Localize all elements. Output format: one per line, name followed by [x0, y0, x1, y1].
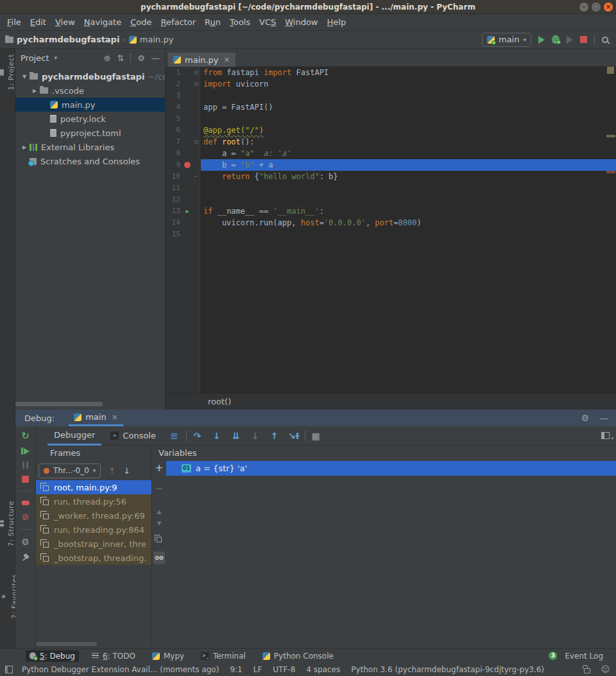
gear-icon[interactable]: ⚙ [581, 413, 589, 423]
code-line[interactable]: 14 uvicorn.run(app, host='0.0.0.0', port… [166, 217, 616, 229]
project-tree-item[interactable]: ▶.vscode [15, 83, 165, 98]
restore-layout-icon[interactable] [601, 432, 610, 439]
code-line[interactable]: 12 [166, 194, 616, 205]
chevron-right-icon[interactable]: ▶ [30, 88, 40, 94]
variable-row[interactable]: 01a = {str} 'a' [166, 461, 616, 476]
remove-watch-icon[interactable]: − [155, 483, 164, 494]
tab-main-py[interactable]: main.py × [168, 53, 235, 67]
locate-file-icon[interactable]: ⊕ [104, 53, 111, 63]
menu-run[interactable]: Run [200, 15, 225, 29]
stop-button[interactable] [580, 36, 587, 43]
menu-tools[interactable]: Tools [225, 15, 255, 29]
project-tree-item[interactable]: Scratches and Consoles [15, 154, 165, 168]
toolwindow-button-python-console[interactable]: Python Console [259, 650, 338, 662]
status-item[interactable]: UTF-8 [273, 665, 295, 674]
code-line[interactable]: 3 [166, 90, 616, 101]
code-line[interactable]: 6@app.get("/") [166, 125, 616, 136]
duplicate-icon[interactable] [157, 537, 162, 542]
inspections-icon[interactable]: ☺ [601, 664, 610, 674]
toolwindow-button-5-debug[interactable]: 5: Debug [26, 650, 79, 662]
project-tree-item[interactable]: poetry.lock [15, 112, 165, 126]
code-line[interactable]: 7⊟def root(): [166, 136, 616, 148]
status-item[interactable]: Python Debugger Extension Avail... (mome… [22, 665, 219, 674]
code-line[interactable]: 2⊟import uvicorn [166, 78, 616, 90]
collapse-all-icon[interactable]: ⇅ [117, 53, 124, 63]
menu-refactor[interactable]: Refactor [156, 15, 200, 29]
menu-edit[interactable]: Edit [26, 15, 51, 29]
chevron-right-icon[interactable]: ▶ [19, 144, 30, 150]
status-item[interactable]: 9:1 [230, 665, 242, 674]
close-icon[interactable]: × [112, 413, 118, 422]
status-item[interactable]: 4 spaces [306, 665, 340, 674]
run-arrow-icon[interactable]: ▶ [182, 205, 193, 217]
code-line[interactable]: 8 a = "a" a: 'a' [166, 148, 616, 159]
debug-settings-button[interactable]: ⚙ [21, 537, 30, 546]
toolwindow-switcher-icon[interactable] [5, 666, 13, 673]
frame-item[interactable]: run, threading.py:864 [36, 523, 151, 537]
menu-window[interactable]: Window [280, 15, 322, 29]
debug-button[interactable] [552, 35, 560, 44]
tab-console[interactable]: » Console [104, 426, 162, 446]
menu-vcs[interactable]: VCS [255, 15, 280, 29]
pause-button[interactable] [22, 462, 28, 469]
code-line[interactable]: 9 b = "b" + a [166, 159, 616, 171]
frame-item[interactable]: _worker, thread.py:69 [36, 508, 151, 523]
project-tree-item[interactable]: ▼pycharmdebugfastapi~/code/pycharmdebugf… [15, 69, 165, 83]
menu-navigate[interactable]: Navigate [80, 15, 126, 29]
close-icon[interactable]: × [224, 55, 230, 64]
step-over-button[interactable]: ↷ [189, 431, 206, 441]
toolwindow-button-terminal[interactable]: >_Terminal [197, 650, 250, 662]
menu-view[interactable]: View [51, 15, 80, 29]
show-watches-icon[interactable]: oo [153, 551, 165, 564]
debug-session-tab[interactable]: main × [69, 410, 123, 426]
move-down-icon[interactable]: ▼ [157, 520, 162, 526]
menu-code[interactable]: Code [126, 15, 156, 29]
code-editor[interactable]: 1⊟from fastapi import FastAPI2⊟import uv… [166, 67, 616, 240]
toolwindow-button-mypy[interactable]: Mypy [148, 650, 188, 662]
minimize-icon[interactable]: − [579, 3, 588, 12]
toolwindow-button-6-todo[interactable]: 6: TODO [88, 650, 139, 662]
stop-button[interactable] [22, 476, 29, 483]
view-breakpoints-button[interactable]: ●● [21, 499, 27, 506]
tab-debugger[interactable]: Debugger [47, 426, 101, 446]
fold-marker-icon[interactable]: ⌐ [193, 171, 200, 182]
move-up-icon[interactable]: ▲ [157, 508, 162, 515]
fold-marker-icon[interactable]: ⊟ [193, 67, 200, 78]
step-into-button[interactable]: ↓ [209, 431, 225, 441]
step-into-my-code-button[interactable]: ⇊ [228, 431, 244, 441]
code-line[interactable]: 4app = FastAPI() [166, 101, 616, 113]
project-tree-item[interactable]: ▶External Libraries [15, 140, 165, 154]
project-view-select[interactable]: Project [21, 53, 49, 63]
frame-item[interactable]: _bootstrap_inner, thre [36, 537, 151, 551]
code-line[interactable]: 10⌐ return {"hello world": b} [166, 171, 616, 182]
fold-marker-icon[interactable]: ⊟ [193, 136, 200, 148]
tool-stripe-favorites[interactable]: ★2: Favorites [0, 574, 15, 619]
maximize-icon[interactable]: □ [592, 3, 601, 12]
code-line[interactable]: 13▶if __name__ == '__main__': [166, 205, 616, 217]
force-step-into-button[interactable]: ↓ [247, 431, 264, 441]
frame-item[interactable]: _bootstrap, threading. [36, 551, 151, 565]
tool-stripe-structure[interactable]: 7: Structure [0, 501, 15, 546]
horizontal-scrollbar[interactable] [15, 402, 103, 406]
lock-icon[interactable] [584, 668, 590, 673]
add-watch-icon[interactable]: + [155, 462, 164, 474]
code-line[interactable]: 11 [166, 182, 616, 194]
run-to-cursor-button[interactable]: ↘Ɨ [286, 431, 302, 441]
hide-panel-icon[interactable]: — [151, 53, 160, 63]
code-line[interactable]: 15 [166, 229, 616, 240]
project-tree-item[interactable]: pyproject.toml [15, 126, 165, 140]
horizontal-scrollbar[interactable] [36, 642, 97, 646]
status-item[interactable]: LF [253, 665, 262, 674]
code-line[interactable]: 5 [166, 113, 616, 125]
view-options-icon[interactable]: ≡ [170, 430, 178, 442]
status-item[interactable]: Python 3.6 (pycharmdebugfastapi-9cdjtyrg… [351, 665, 544, 674]
hide-panel-icon[interactable]: — [599, 413, 608, 423]
search-icon[interactable] [602, 37, 608, 43]
gear-icon[interactable]: ⚙ [137, 53, 145, 63]
next-frame-icon[interactable]: ↓ [123, 466, 130, 476]
run-button[interactable] [538, 36, 545, 44]
previous-frame-icon[interactable]: ↑ [108, 466, 116, 476]
code-line[interactable]: 1⊟from fastapi import FastAPI [166, 67, 616, 78]
menu-help[interactable]: Help [323, 15, 351, 29]
evaluate-expression-icon[interactable]: ▦ [312, 431, 320, 441]
